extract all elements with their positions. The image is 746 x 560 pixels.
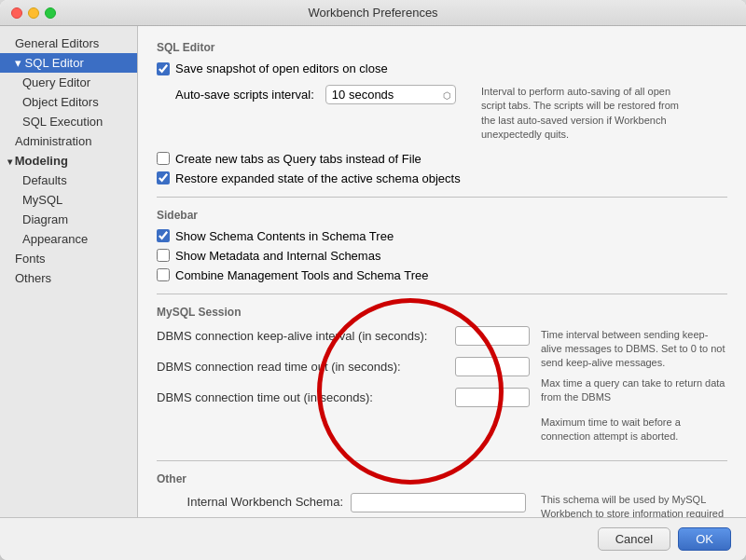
internal-schema-row: Internal Workbench Schema: .mysqlworkben…: [157, 493, 727, 517]
create-tabs-checkbox[interactable]: [157, 152, 170, 165]
sidebar-item-fonts[interactable]: Fonts: [0, 249, 137, 268]
window-title: Workbench Preferences: [308, 6, 437, 20]
autosave-select[interactable]: 5 seconds 10 seconds 30 seconds 1 minute…: [325, 85, 456, 104]
sidebar-item-appearance[interactable]: Appearance: [0, 229, 137, 249]
titlebar: Workbench Preferences: [0, 0, 746, 26]
sidebar: General Editors ▾ SQL Editor Query Edito…: [0, 26, 138, 517]
sidebar-item-administration[interactable]: Administration: [0, 131, 137, 151]
dbms-timeout-desc: Maximum time to wait before a connection…: [541, 416, 727, 449]
save-snapshot-checkbox[interactable]: [157, 62, 170, 75]
dbms-keepalive-desc: Time interval between sending keep-alive…: [541, 328, 727, 371]
dbms-descriptions: Time interval between sending keep-alive…: [541, 326, 727, 449]
sidebar-item-diagram[interactable]: Diagram: [0, 210, 137, 229]
sidebar-item-object-editors[interactable]: Object Editors: [0, 92, 137, 112]
restore-expanded-row: Restore expanded state of the active sch…: [157, 171, 727, 185]
show-schema-checkbox[interactable]: [157, 229, 170, 242]
divider-1: [157, 197, 727, 198]
dbms-timeout-input[interactable]: 180: [455, 388, 530, 407]
minimize-button[interactable]: [28, 7, 39, 19]
sidebar-item-others[interactable]: Others: [0, 268, 137, 288]
autosave-label: Auto-save scripts interval:: [175, 88, 314, 102]
traffic-lights: [11, 7, 56, 19]
sql-editor-section-label: SQL Editor: [157, 41, 727, 54]
divider-3: [157, 460, 727, 461]
dbms-readtimeout-desc: Max time a query can take to return data…: [541, 376, 727, 410]
combine-mgmt-label: Combine Management Tools and Schema Tree: [175, 268, 428, 282]
other-section-label: Other: [157, 472, 727, 485]
internal-schema-label: Internal Workbench Schema:: [157, 493, 343, 509]
show-schema-row: Show Schema Contents in Schema Tree: [157, 229, 727, 243]
dbms-readtimeout-input[interactable]: 180: [455, 357, 530, 376]
dbms-keepalive-input[interactable]: 600: [455, 326, 530, 346]
dbms-timeout-label: DBMS connection time out (in seconds):: [157, 390, 455, 404]
dbms-fields: DBMS connection keep-alive interval (in …: [157, 326, 532, 449]
create-tabs-row: Create new tabs as Query tabs instead of…: [157, 152, 727, 166]
sidebar-item-sql-editor[interactable]: ▾ SQL Editor: [0, 53, 137, 73]
sidebar-item-defaults[interactable]: Defaults: [0, 171, 137, 190]
sidebar-item-sql-execution[interactable]: SQL Execution: [0, 112, 137, 131]
ok-button[interactable]: OK: [678, 527, 731, 551]
divider-2: [157, 294, 727, 294]
cancel-button[interactable]: Cancel: [598, 527, 670, 551]
save-snapshot-label: Save snapshot of open editors on close: [175, 61, 388, 75]
sidebar-item-modeling[interactable]: Modeling: [0, 151, 137, 171]
sidebar-section-label: Sidebar: [157, 209, 727, 222]
sidebar-item-general-editors[interactable]: General Editors: [0, 34, 137, 53]
restore-expanded-label: Restore expanded state of the active sch…: [175, 171, 461, 185]
autosave-row: Auto-save scripts interval: 5 seconds 10…: [157, 85, 727, 143]
preferences-window: Workbench Preferences General Editors ▾ …: [0, 0, 746, 560]
dbms-keepalive-row: DBMS connection keep-alive interval (in …: [157, 326, 532, 346]
show-metadata-row: Show Metadata and Internal Schemas: [157, 249, 727, 263]
internal-schema-input[interactable]: .mysqlworkbench: [351, 493, 526, 512]
combine-mgmt-row: Combine Management Tools and Schema Tree: [157, 268, 727, 282]
maximize-button[interactable]: [45, 7, 56, 19]
mysql-session-section-label: MySQL Session: [157, 306, 727, 319]
combine-mgmt-checkbox[interactable]: [157, 268, 170, 281]
window-content: General Editors ▾ SQL Editor Query Edito…: [0, 26, 746, 517]
create-tabs-label: Create new tabs as Query tabs instead of…: [175, 152, 421, 166]
dbms-keepalive-label: DBMS connection keep-alive interval (in …: [157, 329, 455, 343]
close-button[interactable]: [11, 7, 22, 19]
dbms-timeout-row: DBMS connection time out (in seconds): 1…: [157, 388, 532, 407]
dbms-readtimeout-row: DBMS connection read time out (in second…: [157, 357, 532, 376]
footer: Cancel OK: [0, 517, 746, 560]
dbms-readtimeout-label: DBMS connection read time out (in second…: [157, 360, 455, 374]
main-content: SQL Editor Save snapshot of open editors…: [138, 26, 746, 517]
show-metadata-checkbox[interactable]: [157, 249, 170, 262]
sidebar-item-mysql[interactable]: MySQL: [0, 190, 137, 210]
autosave-desc: Interval to perform auto-saving of all o…: [481, 85, 686, 143]
save-snapshot-row: Save snapshot of open editors on close: [157, 61, 727, 75]
restore-expanded-checkbox[interactable]: [157, 171, 170, 184]
show-schema-label: Show Schema Contents in Schema Tree: [175, 229, 394, 243]
internal-schema-desc: This schema will be used by MySQL Workbe…: [541, 493, 727, 517]
sidebar-item-query-editor[interactable]: Query Editor: [0, 73, 137, 92]
autosave-select-wrapper: 5 seconds 10 seconds 30 seconds 1 minute…: [325, 85, 456, 104]
show-metadata-label: Show Metadata and Internal Schemas: [175, 249, 380, 263]
autosave-left: Auto-save scripts interval: 5 seconds 10…: [157, 85, 474, 104]
